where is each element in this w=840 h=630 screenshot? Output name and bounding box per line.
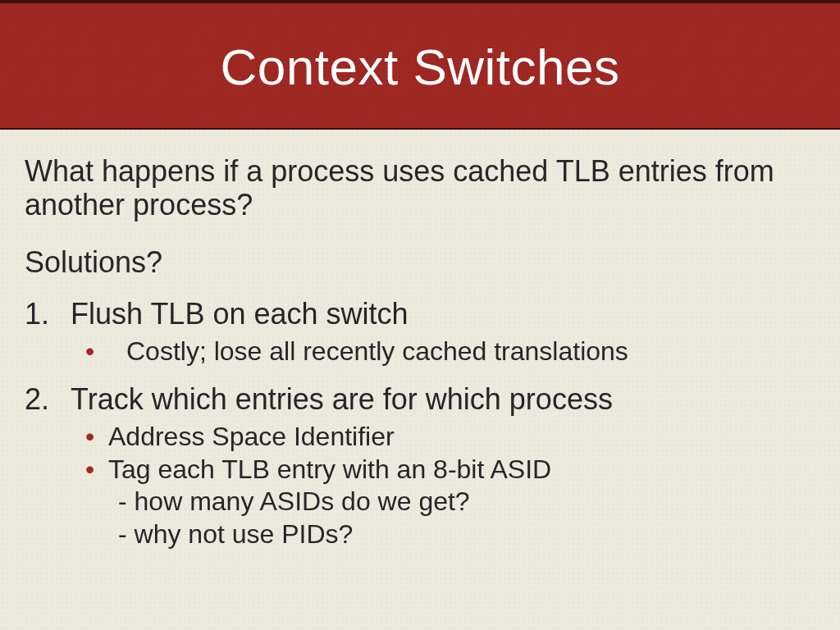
sub-line: - how many ASIDs do we get? [85,486,815,518]
slide-title: Context Switches [221,38,620,96]
slide-header: Context Switches [0,0,840,130]
list-item: 1.Flush TLB on each switch [25,297,815,331]
bullet-icon: • [85,422,108,453]
list-label: Flush TLB on each switch [71,297,409,331]
bullet-icon: • [85,454,108,486]
lead-question: What happens if a process uses cached TL… [25,154,815,222]
list-number: 1. [25,297,71,331]
bullet-row: •Costly; lose all recently cached transl… [25,336,815,367]
bullet-text: Costly; lose all recently cached transla… [126,336,628,366]
bullet-icon: • [85,336,126,367]
list-number: 2. [25,382,71,416]
bullet-text: Address Space Identifier [108,422,395,451]
bullet-text: Tag each TLB entry with an 8-bit ASID [108,454,551,484]
slide-body: What happens if a process uses cached TL… [0,130,840,550]
list-item: 2.Track which entries are for which proc… [25,382,815,416]
slide: Context Switches What happens if a proce… [0,0,840,630]
header-top-border [0,0,840,3]
solutions-heading: Solutions? [25,245,815,279]
sub-bullet-group: •Address Space Identifier •Tag each TLB … [25,422,815,550]
bullet-row: •Address Space Identifier [85,422,815,453]
list-label: Track which entries are for which proces… [71,382,613,416]
sub-line: - why not use PIDs? [85,519,815,550]
bullet-row: •Tag each TLB entry with an 8-bit ASID [85,454,815,486]
